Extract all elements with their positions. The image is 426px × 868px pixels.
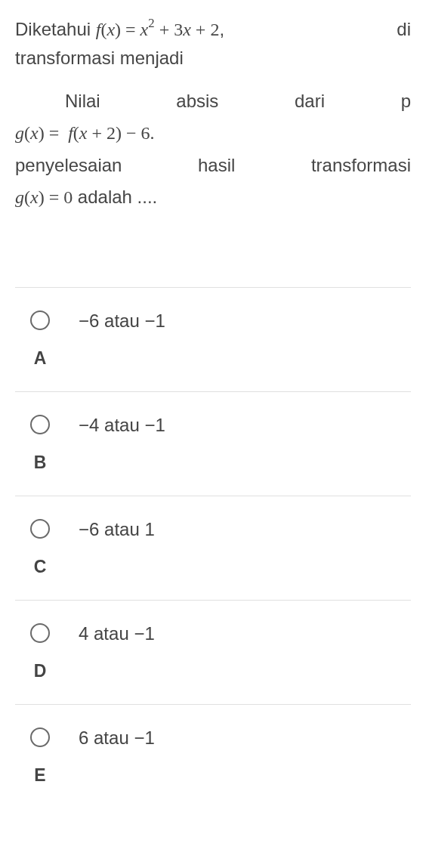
option-e[interactable]: E 6 atau −1: [15, 704, 411, 808]
option-c[interactable]: C −6 atau 1: [15, 496, 411, 600]
math-expression: g(x) = f(x + 2) − 6.: [15, 123, 155, 143]
option-text: 6 atau −1: [79, 727, 155, 749]
question-line-6: g(x) = 0 adalah ....: [15, 183, 411, 212]
text: penyelesaian: [15, 151, 122, 180]
math-expression: g(x) = 0: [15, 187, 73, 207]
options-list: A −6 atau −1 B −4 atau −1 C −6 atau 1 D …: [15, 287, 411, 808]
radio-icon[interactable]: [30, 415, 50, 434]
text-segment: Diketahui f(x) = x2 + 3x + 2,: [15, 15, 224, 44]
option-left: B: [30, 415, 50, 473]
radio-icon[interactable]: [30, 519, 50, 539]
question-line-3: Nilai absis dari p: [15, 87, 411, 116]
option-b[interactable]: B −4 atau −1: [15, 391, 411, 496]
radio-icon[interactable]: [30, 727, 50, 747]
text: ,: [219, 19, 224, 39]
option-text: −4 atau −1: [79, 415, 165, 436]
math-expression: f(x) = x2 + 3x + 2: [96, 20, 220, 39]
question-line-2: transformasi menjadi: [15, 44, 411, 73]
text: dari: [295, 87, 325, 116]
option-letter: E: [34, 765, 45, 786]
option-left: C: [30, 519, 50, 577]
option-letter: C: [34, 557, 47, 577]
question-block: Diketahui f(x) = x2 + 3x + 2, di transfo…: [15, 15, 411, 212]
option-text: 4 atau −1: [79, 623, 155, 644]
text: di: [397, 15, 411, 44]
text: transformasi menjadi: [15, 48, 184, 68]
text: absis: [176, 87, 218, 116]
question-line-5: penyelesaian hasil transformasi: [15, 151, 411, 180]
text: transformasi: [311, 151, 411, 180]
question-line-4: g(x) = f(x + 2) − 6.: [15, 119, 411, 147]
option-letter: B: [34, 453, 47, 473]
text: adalah ....: [73, 187, 157, 207]
text: Nilai: [65, 87, 100, 116]
option-text: −6 atau 1: [79, 519, 155, 540]
option-d[interactable]: D 4 atau −1: [15, 600, 411, 704]
text: Diketahui: [15, 19, 96, 39]
text: hasil: [198, 151, 235, 180]
option-left: E: [30, 727, 50, 786]
radio-icon[interactable]: [30, 623, 50, 643]
option-left: D: [30, 623, 50, 681]
option-letter: A: [34, 348, 47, 369]
option-text: −6 atau −1: [79, 310, 165, 332]
radio-icon[interactable]: [30, 310, 50, 330]
question-line-1: Diketahui f(x) = x2 + 3x + 2, di: [15, 15, 411, 44]
option-left: A: [30, 310, 50, 369]
text: p: [401, 87, 411, 116]
option-a[interactable]: A −6 atau −1: [15, 287, 411, 391]
option-letter: D: [34, 661, 47, 681]
